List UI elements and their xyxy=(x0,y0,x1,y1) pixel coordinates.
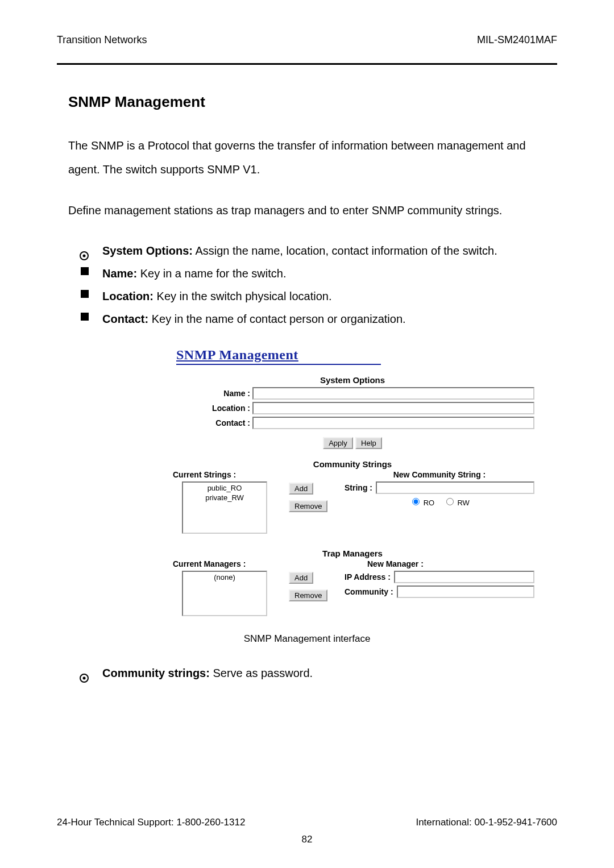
bullet-system-options: System Options: Assign the name, locatio… xyxy=(68,239,546,262)
trap-remove-button[interactable]: Remove xyxy=(289,589,327,601)
bullet-contact: Contact: Key in the name of contact pers… xyxy=(68,308,546,330)
location-input[interactable] xyxy=(252,402,534,414)
bullet-community-strings: Community strings: Serve as password. xyxy=(68,662,546,684)
location-label: Location : xyxy=(171,404,252,413)
apply-button[interactable]: Apply xyxy=(323,437,353,449)
ro-label: RO xyxy=(424,499,435,507)
string-label: String : xyxy=(345,483,372,492)
bullet-text: Serve as password. xyxy=(210,667,313,679)
help-button[interactable]: Help xyxy=(355,437,382,449)
ro-radio[interactable]: RO xyxy=(409,499,434,507)
ui-title: SNMP Management xyxy=(176,347,381,365)
figure-caption: SNMP Management interface xyxy=(57,633,557,645)
bullet-text: Key in a name for the switch. xyxy=(137,267,286,280)
current-managers-list[interactable]: (none) xyxy=(182,571,267,616)
header-right: MIL-SM2401MAF xyxy=(477,34,557,46)
current-strings-label: Current Strings : xyxy=(173,470,284,479)
trap-add-button[interactable]: Add xyxy=(289,572,313,584)
community-string-input[interactable] xyxy=(376,481,534,494)
trap-community-label: Community : xyxy=(345,587,393,596)
name-label: Name : xyxy=(171,389,252,398)
ip-address-input[interactable] xyxy=(394,571,534,583)
trap-community-input[interactable] xyxy=(397,585,534,598)
intro-paragraph-1: The SNMP is a Protocol that governs the … xyxy=(68,134,546,181)
bullet-text: Key in the switch physical location. xyxy=(154,290,332,302)
bullet-location: Location: Key in the switch physical loc… xyxy=(68,285,546,308)
header-left: Transition Networks xyxy=(57,34,147,46)
square-bullet-icon xyxy=(81,313,89,321)
intro-paragraph-2: Define management stations as trap manag… xyxy=(68,198,546,222)
bullet-name: Name: Key in a name for the switch. xyxy=(68,262,546,285)
list-item[interactable]: private_RW xyxy=(184,493,265,503)
community-remove-button[interactable]: Remove xyxy=(289,500,327,512)
current-strings-list[interactable]: public_RO private_RW xyxy=(182,481,267,534)
ip-address-label: IP Address : xyxy=(345,572,391,582)
rw-radio[interactable]: RW xyxy=(443,499,470,507)
bullet-text: Key in the name of contact person or org… xyxy=(148,313,406,325)
new-community-label: New Community String : xyxy=(345,470,534,479)
bullet-text: Assign the name, location, contact infor… xyxy=(193,244,497,257)
access-radio-group: RO RW xyxy=(345,496,534,507)
current-managers-label: Current Managers : xyxy=(173,559,284,568)
header-divider xyxy=(57,63,557,65)
community-strings-title: Community Strings xyxy=(171,459,534,469)
target-bullet-icon xyxy=(80,667,89,676)
svg-point-3 xyxy=(83,677,86,680)
contact-label: Contact : xyxy=(171,418,252,427)
ro-radio-input[interactable] xyxy=(412,498,420,505)
trap-managers-title: Trap Managers xyxy=(171,549,534,558)
page-number: 82 xyxy=(57,834,557,845)
contact-input[interactable] xyxy=(252,417,534,429)
square-bullet-icon xyxy=(81,267,89,275)
name-input[interactable] xyxy=(252,387,534,400)
list-item[interactable]: public_RO xyxy=(184,484,265,493)
system-options-title: System Options xyxy=(171,375,534,385)
bullet-label: Location: xyxy=(102,290,154,302)
bullet-label: System Options: xyxy=(102,244,193,257)
page-title: SNMP Management xyxy=(68,93,546,111)
footer-support: 24-Hour Technical Support: 1-800-260-131… xyxy=(57,817,245,828)
bullet-label: Name: xyxy=(102,267,137,280)
community-add-button[interactable]: Add xyxy=(289,483,313,495)
bullet-label: Contact: xyxy=(102,313,148,325)
new-manager-label: New Manager : xyxy=(345,559,534,568)
target-bullet-icon xyxy=(80,245,89,254)
list-item[interactable]: (none) xyxy=(184,573,265,583)
bullet-label: Community strings: xyxy=(102,667,210,679)
footer-international: International: 00-1-952-941-7600 xyxy=(416,817,557,828)
rw-radio-input[interactable] xyxy=(446,498,454,505)
snmp-ui-panel: SNMP Management System Options Name : Lo… xyxy=(171,347,534,616)
rw-label: RW xyxy=(457,499,469,507)
svg-point-1 xyxy=(83,255,86,258)
square-bullet-icon xyxy=(81,290,89,298)
